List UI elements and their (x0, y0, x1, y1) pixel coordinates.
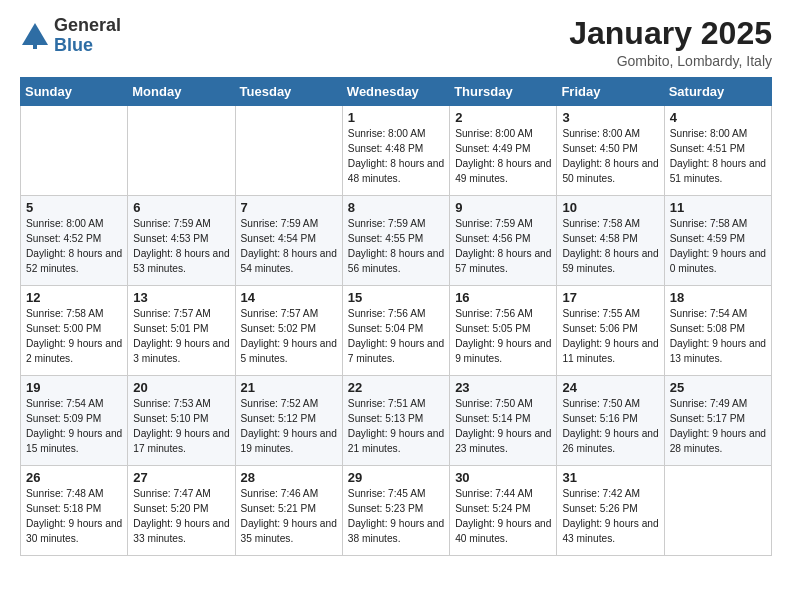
calendar-cell: 10Sunrise: 7:58 AMSunset: 4:58 PMDayligh… (557, 196, 664, 286)
weekday-header: Thursday (450, 78, 557, 106)
calendar-cell: 25Sunrise: 7:49 AMSunset: 5:17 PMDayligh… (664, 376, 771, 466)
header: General Blue January 2025 Gombito, Lomba… (20, 16, 772, 69)
calendar-cell: 27Sunrise: 7:47 AMSunset: 5:20 PMDayligh… (128, 466, 235, 556)
calendar-cell: 4Sunrise: 8:00 AMSunset: 4:51 PMDaylight… (664, 106, 771, 196)
logo-blue: Blue (54, 36, 121, 56)
calendar-cell: 15Sunrise: 7:56 AMSunset: 5:04 PMDayligh… (342, 286, 449, 376)
day-number: 15 (348, 290, 444, 305)
day-number: 18 (670, 290, 766, 305)
calendar-cell: 24Sunrise: 7:50 AMSunset: 5:16 PMDayligh… (557, 376, 664, 466)
calendar-cell: 9Sunrise: 7:59 AMSunset: 4:56 PMDaylight… (450, 196, 557, 286)
cell-details: Sunrise: 7:44 AMSunset: 5:24 PMDaylight:… (455, 487, 551, 546)
calendar-cell (235, 106, 342, 196)
cell-details: Sunrise: 7:58 AMSunset: 5:00 PMDaylight:… (26, 307, 122, 366)
cell-details: Sunrise: 8:00 AMSunset: 4:51 PMDaylight:… (670, 127, 766, 186)
calendar-cell: 8Sunrise: 7:59 AMSunset: 4:55 PMDaylight… (342, 196, 449, 286)
logo-icon (20, 21, 50, 51)
weekday-header: Monday (128, 78, 235, 106)
day-number: 4 (670, 110, 766, 125)
cell-details: Sunrise: 8:00 AMSunset: 4:49 PMDaylight:… (455, 127, 551, 186)
day-number: 28 (241, 470, 337, 485)
cell-details: Sunrise: 7:59 AMSunset: 4:54 PMDaylight:… (241, 217, 337, 276)
cell-details: Sunrise: 7:59 AMSunset: 4:56 PMDaylight:… (455, 217, 551, 276)
cell-details: Sunrise: 7:54 AMSunset: 5:08 PMDaylight:… (670, 307, 766, 366)
calendar-week-row: 1Sunrise: 8:00 AMSunset: 4:48 PMDaylight… (21, 106, 772, 196)
cell-details: Sunrise: 7:59 AMSunset: 4:55 PMDaylight:… (348, 217, 444, 276)
day-number: 31 (562, 470, 658, 485)
cell-details: Sunrise: 7:49 AMSunset: 5:17 PMDaylight:… (670, 397, 766, 456)
calendar-cell: 21Sunrise: 7:52 AMSunset: 5:12 PMDayligh… (235, 376, 342, 466)
day-number: 25 (670, 380, 766, 395)
calendar-page: General Blue January 2025 Gombito, Lomba… (0, 0, 792, 572)
day-number: 6 (133, 200, 229, 215)
calendar-cell: 19Sunrise: 7:54 AMSunset: 5:09 PMDayligh… (21, 376, 128, 466)
calendar-cell: 23Sunrise: 7:50 AMSunset: 5:14 PMDayligh… (450, 376, 557, 466)
weekday-header: Friday (557, 78, 664, 106)
day-number: 20 (133, 380, 229, 395)
weekday-header: Wednesday (342, 78, 449, 106)
cell-details: Sunrise: 7:48 AMSunset: 5:18 PMDaylight:… (26, 487, 122, 546)
day-number: 2 (455, 110, 551, 125)
day-number: 3 (562, 110, 658, 125)
day-number: 16 (455, 290, 551, 305)
calendar-cell: 22Sunrise: 7:51 AMSunset: 5:13 PMDayligh… (342, 376, 449, 466)
cell-details: Sunrise: 7:58 AMSunset: 4:58 PMDaylight:… (562, 217, 658, 276)
cell-details: Sunrise: 7:45 AMSunset: 5:23 PMDaylight:… (348, 487, 444, 546)
day-number: 11 (670, 200, 766, 215)
cell-details: Sunrise: 8:00 AMSunset: 4:52 PMDaylight:… (26, 217, 122, 276)
day-number: 12 (26, 290, 122, 305)
calendar-cell: 28Sunrise: 7:46 AMSunset: 5:21 PMDayligh… (235, 466, 342, 556)
calendar-cell: 13Sunrise: 7:57 AMSunset: 5:01 PMDayligh… (128, 286, 235, 376)
cell-details: Sunrise: 7:51 AMSunset: 5:13 PMDaylight:… (348, 397, 444, 456)
calendar-week-row: 5Sunrise: 8:00 AMSunset: 4:52 PMDaylight… (21, 196, 772, 286)
day-number: 10 (562, 200, 658, 215)
day-number: 8 (348, 200, 444, 215)
calendar-week-row: 12Sunrise: 7:58 AMSunset: 5:00 PMDayligh… (21, 286, 772, 376)
day-number: 24 (562, 380, 658, 395)
day-number: 19 (26, 380, 122, 395)
location: Gombito, Lombardy, Italy (569, 53, 772, 69)
calendar-cell: 2Sunrise: 8:00 AMSunset: 4:49 PMDaylight… (450, 106, 557, 196)
cell-details: Sunrise: 7:47 AMSunset: 5:20 PMDaylight:… (133, 487, 229, 546)
calendar-cell: 3Sunrise: 8:00 AMSunset: 4:50 PMDaylight… (557, 106, 664, 196)
logo: General Blue (20, 16, 121, 56)
day-number: 30 (455, 470, 551, 485)
calendar-cell (128, 106, 235, 196)
calendar-cell: 26Sunrise: 7:48 AMSunset: 5:18 PMDayligh… (21, 466, 128, 556)
calendar-week-row: 26Sunrise: 7:48 AMSunset: 5:18 PMDayligh… (21, 466, 772, 556)
calendar-cell: 6Sunrise: 7:59 AMSunset: 4:53 PMDaylight… (128, 196, 235, 286)
day-number: 27 (133, 470, 229, 485)
day-number: 7 (241, 200, 337, 215)
calendar-cell: 5Sunrise: 8:00 AMSunset: 4:52 PMDaylight… (21, 196, 128, 286)
cell-details: Sunrise: 7:56 AMSunset: 5:05 PMDaylight:… (455, 307, 551, 366)
calendar-cell: 30Sunrise: 7:44 AMSunset: 5:24 PMDayligh… (450, 466, 557, 556)
cell-details: Sunrise: 7:52 AMSunset: 5:12 PMDaylight:… (241, 397, 337, 456)
cell-details: Sunrise: 7:46 AMSunset: 5:21 PMDaylight:… (241, 487, 337, 546)
calendar-cell (21, 106, 128, 196)
day-number: 26 (26, 470, 122, 485)
calendar-cell: 1Sunrise: 8:00 AMSunset: 4:48 PMDaylight… (342, 106, 449, 196)
cell-details: Sunrise: 8:00 AMSunset: 4:48 PMDaylight:… (348, 127, 444, 186)
cell-details: Sunrise: 7:50 AMSunset: 5:16 PMDaylight:… (562, 397, 658, 456)
cell-details: Sunrise: 7:59 AMSunset: 4:53 PMDaylight:… (133, 217, 229, 276)
day-number: 14 (241, 290, 337, 305)
day-number: 5 (26, 200, 122, 215)
month-title: January 2025 (569, 16, 772, 51)
calendar-week-row: 19Sunrise: 7:54 AMSunset: 5:09 PMDayligh… (21, 376, 772, 466)
cell-details: Sunrise: 7:55 AMSunset: 5:06 PMDaylight:… (562, 307, 658, 366)
weekday-header: Tuesday (235, 78, 342, 106)
logo-text: General Blue (54, 16, 121, 56)
cell-details: Sunrise: 7:42 AMSunset: 5:26 PMDaylight:… (562, 487, 658, 546)
cell-details: Sunrise: 8:00 AMSunset: 4:50 PMDaylight:… (562, 127, 658, 186)
cell-details: Sunrise: 7:50 AMSunset: 5:14 PMDaylight:… (455, 397, 551, 456)
day-number: 21 (241, 380, 337, 395)
day-number: 17 (562, 290, 658, 305)
cell-details: Sunrise: 7:58 AMSunset: 4:59 PMDaylight:… (670, 217, 766, 276)
cell-details: Sunrise: 7:53 AMSunset: 5:10 PMDaylight:… (133, 397, 229, 456)
cell-details: Sunrise: 7:57 AMSunset: 5:01 PMDaylight:… (133, 307, 229, 366)
title-block: January 2025 Gombito, Lombardy, Italy (569, 16, 772, 69)
calendar-cell: 17Sunrise: 7:55 AMSunset: 5:06 PMDayligh… (557, 286, 664, 376)
logo-general: General (54, 16, 121, 36)
calendar-cell: 7Sunrise: 7:59 AMSunset: 4:54 PMDaylight… (235, 196, 342, 286)
calendar-cell: 29Sunrise: 7:45 AMSunset: 5:23 PMDayligh… (342, 466, 449, 556)
